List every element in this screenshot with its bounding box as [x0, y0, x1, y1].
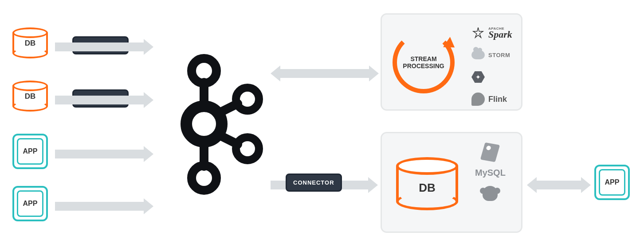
connector-pill-right: CONNECTOR — [286, 174, 342, 192]
db-sink: DB — [396, 157, 458, 210]
heron-icon — [471, 69, 486, 85]
db-tech-list: MySQL — [475, 145, 506, 201]
svg-marker-9 — [473, 27, 483, 38]
arrow-bidir-right — [527, 177, 591, 193]
app-icon: APP — [12, 186, 48, 221]
svg-line-7 — [218, 104, 238, 113]
arrow-right-1 — [55, 39, 153, 55]
db-icon: DB — [12, 27, 48, 58]
mysql-label: MySQL — [475, 168, 506, 178]
flink-icon — [471, 92, 486, 107]
db-icon: DB — [396, 157, 458, 210]
tech-heron — [471, 69, 486, 85]
tech-redis — [483, 145, 498, 160]
app-icon: APP — [594, 165, 630, 200]
source-db-1: DB — [12, 27, 48, 58]
spark-icon — [471, 25, 486, 40]
source-app-1: APP — [12, 134, 48, 169]
tech-postgres — [483, 186, 498, 201]
app-label: APP — [596, 166, 628, 198]
arrow-right-4 — [55, 198, 153, 214]
db-label: DB — [12, 92, 48, 101]
arrow-right-3 — [55, 146, 153, 162]
stream-processing-panel: STREAM PROCESSING APACHE Spark STORM Fli… — [381, 13, 522, 111]
stream-tech-list: APACHE Spark STORM Flink — [471, 25, 512, 107]
redis-icon — [483, 145, 498, 160]
tech-storm: STORM — [471, 47, 510, 62]
source-db-2: DB — [12, 81, 48, 112]
db-sink-panel: DB MySQL — [381, 132, 522, 233]
stream-ring-label: STREAM PROCESSING — [393, 55, 455, 69]
tech-flink: Flink — [471, 92, 507, 107]
arrow-bidir-top — [271, 66, 379, 81]
arrow-right-2 — [55, 92, 153, 108]
flink-label: Flink — [488, 95, 507, 104]
app-label: APP — [14, 135, 46, 167]
db-label: DB — [396, 181, 458, 195]
db-icon: DB — [12, 81, 48, 112]
postgres-icon — [483, 186, 498, 201]
kafka-hub-icon — [169, 53, 266, 197]
source-app-2: APP — [12, 186, 48, 221]
app-label: APP — [14, 188, 46, 220]
storm-icon — [471, 47, 486, 62]
tech-mysql: MySQL — [475, 168, 506, 178]
db-label: DB — [12, 39, 48, 48]
svg-line-8 — [218, 135, 238, 144]
sink-app: APP — [594, 165, 630, 200]
storm-label: STORM — [488, 52, 510, 58]
spark-label: Spark — [488, 30, 512, 39]
app-icon: APP — [12, 134, 48, 169]
tech-spark: APACHE Spark — [471, 25, 512, 40]
